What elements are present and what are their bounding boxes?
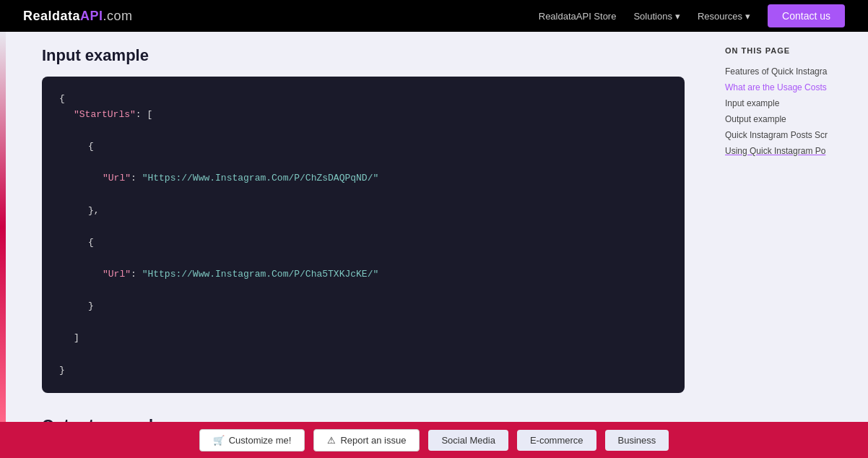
logo-text-prefix: Realdata (23, 9, 80, 23)
sidebar-item-using[interactable]: Using Quick Instagram Po (725, 143, 854, 159)
chevron-down-icon: ▾ (745, 11, 750, 22)
sidebar-item-input[interactable]: Input example (725, 95, 854, 111)
report-issue-button[interactable]: ⚠ Report an issue (313, 429, 420, 451)
ecommerce-button[interactable]: E-commerce (517, 430, 596, 451)
chevron-down-icon: ▾ (675, 11, 680, 22)
right-sidebar: ON THIS PAGE Features of Quick Instagra … (713, 32, 865, 458)
contact-button[interactable]: Contact us (768, 4, 845, 27)
nav-store[interactable]: RealdataAPI Store (539, 11, 617, 22)
main-content: Input example { "StartUrls": [ { "Url": … (6, 32, 713, 458)
logo[interactable]: RealdataAPI.com (23, 9, 133, 24)
nav-links: RealdataAPI Store Solutions ▾ Resources … (539, 4, 845, 27)
logo-api: API (80, 9, 103, 23)
nav-resources[interactable]: Resources ▾ (698, 11, 750, 22)
logo-com: .com (103, 9, 133, 23)
sidebar-item-usage-costs[interactable]: What are the Usage Costs (725, 79, 854, 95)
customize-button[interactable]: 🛒 Customize me! (199, 429, 305, 451)
page-wrapper: Input example { "StartUrls": [ { "Url": … (0, 32, 868, 458)
business-button[interactable]: Business (605, 430, 669, 451)
sidebar-item-output[interactable]: Output example (725, 111, 854, 127)
left-accent-bar (0, 32, 6, 422)
navbar: RealdataAPI.com RealdataAPI Store Soluti… (0, 0, 868, 32)
bottom-bar: 🛒 Customize me! ⚠ Report an issue Social… (0, 422, 868, 458)
social-media-button[interactable]: Social Media (428, 430, 508, 451)
input-example-title: Input example (42, 46, 685, 65)
sidebar-heading: ON THIS PAGE (725, 46, 854, 55)
customize-icon: 🛒 (213, 435, 225, 446)
report-icon: ⚠ (327, 435, 336, 446)
nav-solutions[interactable]: Solutions ▾ (633, 11, 680, 22)
sidebar-item-posts-scr[interactable]: Quick Instagram Posts Scr (725, 127, 854, 143)
sidebar-item-features[interactable]: Features of Quick Instagra (725, 64, 854, 79)
input-code-block: { "StartUrls": [ { "Url": "Https://Www.I… (42, 77, 685, 393)
